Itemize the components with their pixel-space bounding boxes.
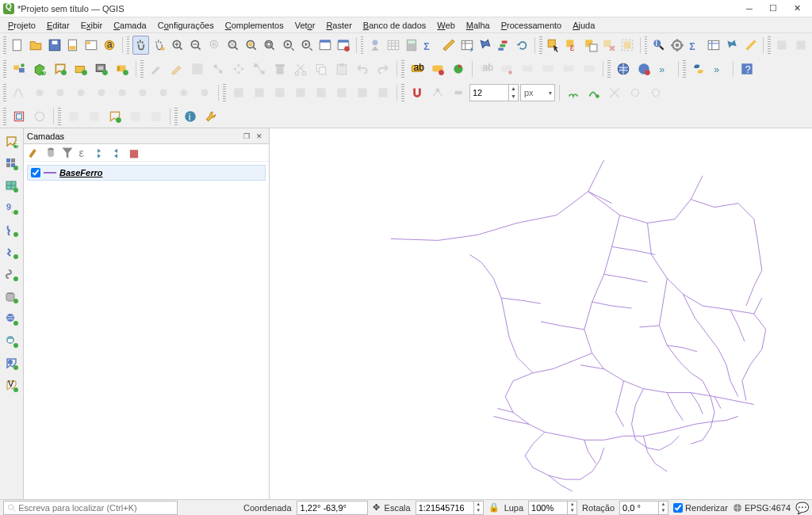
spin-up[interactable]: ▲ bbox=[508, 85, 518, 93]
rotate-label-button[interactable] bbox=[559, 59, 578, 78]
menu-raster[interactable]: Raster bbox=[321, 19, 356, 32]
vertex-tool-button[interactable] bbox=[250, 59, 269, 78]
extents-icon[interactable]: ✥ bbox=[373, 502, 380, 513]
info-button[interactable]: i bbox=[181, 107, 200, 126]
add-spatialite-button[interactable] bbox=[2, 242, 22, 263]
advanced-digitize-button[interactable] bbox=[10, 83, 29, 102]
diagram-button[interactable] bbox=[449, 59, 468, 78]
crs-button[interactable]: EPSG:4674 bbox=[733, 503, 791, 513]
spin-down[interactable]: ▼ bbox=[659, 508, 668, 514]
delete-selected-button[interactable] bbox=[270, 59, 289, 78]
zoom-full-button[interactable] bbox=[224, 36, 241, 55]
hide-label-button[interactable] bbox=[518, 59, 537, 78]
menu-exibir[interactable]: Exibir bbox=[76, 19, 108, 32]
move-feature-button[interactable] bbox=[229, 59, 248, 78]
pin-label-button[interactable] bbox=[497, 59, 516, 78]
snap-unit-select[interactable]: px bbox=[520, 84, 555, 101]
adv-btn[interactable] bbox=[154, 83, 173, 102]
snap-tolerance-input[interactable] bbox=[470, 85, 508, 101]
field-calculator-button[interactable] bbox=[404, 36, 420, 55]
scale-spinner[interactable]: ▲▼ bbox=[416, 501, 484, 515]
locator-input-wrapper[interactable] bbox=[3, 501, 178, 515]
add-vector-layer-button[interactable]: + bbox=[2, 132, 22, 152]
annotation-form-button[interactable] bbox=[724, 36, 741, 55]
save-project-button[interactable] bbox=[46, 36, 63, 55]
filter-button[interactable] bbox=[60, 146, 75, 160]
identify-features-button[interactable]: i bbox=[650, 36, 667, 55]
menu-configuracoes[interactable]: Configurações bbox=[153, 19, 219, 32]
toolbar-handle[interactable] bbox=[3, 60, 6, 78]
avoid-intersections-button[interactable] bbox=[605, 83, 624, 102]
snap-tolerance-spinner[interactable]: ▲▼ bbox=[469, 84, 519, 101]
adv-btn[interactable] bbox=[71, 83, 90, 102]
toolbar-handle[interactable] bbox=[607, 60, 611, 78]
adv-btn[interactable] bbox=[373, 83, 393, 102]
mesh-btn[interactable] bbox=[85, 107, 104, 126]
new-shapefile-button[interactable] bbox=[51, 59, 70, 78]
snapping-extra-button[interactable] bbox=[646, 83, 665, 102]
topological-editing-button[interactable] bbox=[564, 83, 583, 102]
panel-undock-button[interactable]: ❐ bbox=[240, 131, 253, 142]
rotation-input[interactable] bbox=[620, 502, 658, 514]
plugin-more-button[interactable]: » bbox=[655, 59, 674, 78]
adv-btn[interactable] bbox=[113, 83, 132, 102]
cut-button[interactable] bbox=[291, 59, 310, 78]
toolbar-handle[interactable] bbox=[3, 84, 6, 101]
add-mssql-button[interactable] bbox=[2, 265, 22, 285]
zoom-last-button[interactable] bbox=[280, 36, 297, 55]
lock-scale-icon[interactable]: 🔒 bbox=[488, 502, 500, 513]
add-raster-layer-button[interactable] bbox=[2, 154, 22, 174]
adv-btn[interactable] bbox=[250, 83, 269, 102]
statistics-summary-button[interactable]: Σ bbox=[422, 36, 439, 55]
plugin-more-button[interactable]: » bbox=[710, 59, 729, 78]
rotation-spinner[interactable]: ▲▼ bbox=[619, 501, 668, 515]
remove-layer-button[interactable] bbox=[127, 146, 141, 160]
zoom-out-button[interactable] bbox=[188, 36, 205, 55]
toolbar-handle[interactable] bbox=[401, 60, 404, 78]
snapping-segment-button[interactable] bbox=[449, 83, 468, 102]
adv-btn[interactable] bbox=[30, 83, 49, 102]
trace-button[interactable] bbox=[584, 83, 603, 102]
add-wfs-button[interactable] bbox=[2, 353, 22, 374]
open-attribute-table-button[interactable] bbox=[385, 36, 401, 55]
locator-input[interactable] bbox=[18, 502, 174, 514]
highlight-label-button[interactable]: abc bbox=[477, 59, 496, 78]
adv-btn[interactable] bbox=[92, 83, 111, 102]
adv-btn[interactable] bbox=[312, 83, 331, 102]
identify-button[interactable] bbox=[366, 36, 383, 55]
maximize-button[interactable]: ☐ bbox=[761, 1, 785, 17]
snapping-toggle-button[interactable] bbox=[408, 83, 427, 102]
toolbar-handle[interactable] bbox=[3, 36, 6, 54]
new-spatialite-button[interactable] bbox=[71, 59, 90, 78]
adv-btn[interactable] bbox=[353, 83, 372, 102]
add-wcs-button[interactable] bbox=[2, 331, 22, 352]
no-action-button[interactable] bbox=[792, 36, 809, 55]
spin-up[interactable]: ▲ bbox=[474, 502, 483, 508]
map-canvas[interactable] bbox=[270, 128, 812, 499]
open-project-button[interactable] bbox=[28, 36, 44, 55]
toolbar-handle[interactable] bbox=[58, 108, 61, 125]
toolbar-handle[interactable] bbox=[401, 84, 404, 101]
layer-item-baseferro[interactable]: BaseFerro bbox=[27, 165, 266, 181]
new-3d-map-button[interactable] bbox=[335, 36, 352, 55]
new-project-button[interactable] bbox=[10, 36, 26, 55]
adv-btn[interactable] bbox=[332, 83, 351, 102]
toolbar-handle[interactable] bbox=[140, 60, 144, 78]
select-all-button[interactable] bbox=[619, 36, 635, 55]
add-wms-button[interactable] bbox=[2, 309, 22, 330]
toolbar-handle[interactable] bbox=[3, 108, 6, 125]
menu-processamento[interactable]: Processamento bbox=[496, 19, 566, 32]
toolbar-handle[interactable] bbox=[174, 108, 178, 125]
add-feature-button[interactable] bbox=[209, 59, 228, 78]
render-checkbox-wrapper[interactable]: Renderizar bbox=[673, 503, 728, 513]
zoom-native-button[interactable] bbox=[206, 36, 223, 55]
zoom-in-button[interactable] bbox=[170, 36, 186, 55]
python-console-button[interactable] bbox=[689, 59, 708, 78]
new-geopackage-button[interactable]: + bbox=[30, 59, 49, 78]
expand-all-button[interactable] bbox=[94, 146, 108, 160]
style-manager-button[interactable]: a bbox=[102, 36, 118, 55]
zoom-next-button[interactable] bbox=[298, 36, 315, 55]
scale-input[interactable] bbox=[416, 502, 473, 514]
refresh-button[interactable] bbox=[514, 36, 530, 55]
copy-button[interactable] bbox=[312, 59, 331, 78]
